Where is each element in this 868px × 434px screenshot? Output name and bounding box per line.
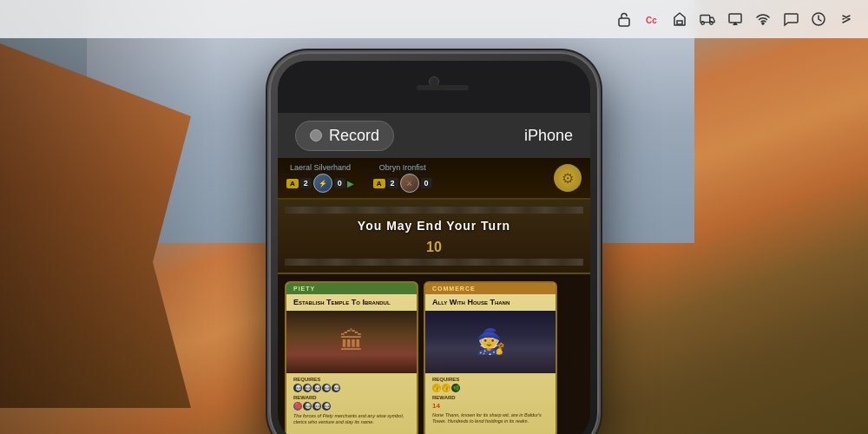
cost-skull-icon3: 💀 <box>312 384 321 392</box>
stone-border-bottom <box>285 259 583 266</box>
player2-stat-a-value: 2 <box>387 178 398 188</box>
time-machine-icon[interactable] <box>811 11 826 27</box>
stone-border-top <box>285 207 583 214</box>
airplay-icon[interactable] <box>727 11 743 27</box>
earpiece-speaker <box>417 85 469 90</box>
player2-avatar: ⚔ <box>400 174 419 193</box>
player1-name: Laeral Silverhand <box>290 163 351 172</box>
record-label: Record <box>329 127 379 145</box>
card1-art: 🏛 <box>286 311 417 373</box>
card-establish-temple[interactable]: PIETY Establish Temple to Ibrandul 🏛 REQ… <box>285 281 418 434</box>
player2-stat-b-value: 0 <box>421 178 432 188</box>
player2-block: Obryn Ironfist A 2 ⚔ 0 <box>373 163 432 193</box>
reward-icon3: 💀 <box>312 402 321 411</box>
iphone-top-bar <box>278 61 590 113</box>
card1-category: PIETY <box>286 283 417 294</box>
turn-banner: You May End Your Turn 10 <box>278 200 590 274</box>
iphone-frame: Record iPhone Laeral Silverhand A 2 ⚡ 0 … <box>269 52 599 434</box>
cost-gold-icon2: 💰 <box>442 384 450 392</box>
reward-icon4: 💀 <box>322 402 331 411</box>
card2-image: 🧙 <box>425 311 556 373</box>
reward-icon2: 💀 <box>303 402 312 411</box>
player-header: Laeral Silverhand A 2 ⚡ 0 ▶ Obryn Ironfi… <box>278 158 590 200</box>
reward-icon1: 🔴 <box>293 402 302 411</box>
card2-title: Ally With House Thann <box>425 294 556 311</box>
record-button[interactable]: Record <box>295 121 394 151</box>
svg-point-7 <box>762 23 764 24</box>
device-label: iPhone <box>524 127 573 145</box>
svg-point-5 <box>710 22 713 25</box>
card1-image: 🏛 <box>286 311 417 373</box>
player1-stat-a-badge: A <box>286 179 299 188</box>
truck-icon[interactable] <box>700 11 715 27</box>
player1-stats: A 2 ⚡ 0 ▶ <box>286 174 354 193</box>
record-dot-icon <box>310 129 322 141</box>
turn-number: 10 <box>426 240 442 255</box>
svg-text:Cc: Cc <box>646 16 657 25</box>
card2-body: REQUIRES 💰 💰 🌿 REWARD 14 None Thann, kno… <box>425 373 556 429</box>
cost-skull-icon4: 💀 <box>322 384 331 392</box>
card1-reward-label: REWARD <box>293 395 410 400</box>
menu-bar: Cc <box>0 0 868 38</box>
recording-bar: Record iPhone <box>278 113 590 158</box>
player2-name: Obryn Ironfist <box>379 163 426 172</box>
player1-stat-a-value: 2 <box>300 178 312 188</box>
home-network-icon[interactable] <box>672 11 687 27</box>
cost-skull-icon: 💀 <box>293 384 302 392</box>
card2-category: COMMERCE <box>425 283 556 294</box>
card2-requires-label: REQUIRES <box>432 377 549 382</box>
bluetooth-icon[interactable] <box>838 11 854 27</box>
game-content: Laeral Silverhand A 2 ⚡ 0 ▶ Obryn Ironfi… <box>278 158 590 434</box>
turn-message: You May End Your Turn <box>358 219 510 233</box>
svg-rect-6 <box>729 14 741 23</box>
cost-skull-icon2: 💀 <box>303 384 312 392</box>
player1-stat-b-value: 0 <box>334 178 345 188</box>
wifi-icon[interactable] <box>755 11 771 27</box>
cliff-shadow <box>0 0 217 434</box>
card2-art: 🧙 <box>425 311 556 373</box>
card2-reward-label: REWARD <box>432 395 549 400</box>
card1-flavor: The forces of Piety merchants and any wi… <box>293 413 410 426</box>
iphone-screen: Record iPhone Laeral Silverhand A 2 ⚡ 0 … <box>278 61 590 434</box>
creative-cloud-icon[interactable]: Cc <box>644 11 660 27</box>
player1-avatar: ⚡ <box>313 174 332 193</box>
card1-title: Establish Temple to Ibrandul <box>286 294 417 311</box>
messages-icon[interactable] <box>783 11 799 27</box>
player2-stats: A 2 ⚔ 0 <box>373 174 432 193</box>
card-ally-house-thann[interactable]: COMMERCE Ally With House Thann 🧙 REQUIRE… <box>424 281 557 434</box>
card2-reward-icons: 14 <box>432 402 549 410</box>
card1-cost-icons: 💀 💀 💀 💀 💀 <box>293 384 410 392</box>
player1-arrow-icon: ▶ <box>347 179 354 188</box>
card1-body: REQUIRES 💀 💀 💀 💀 💀 REWARD 🔴 💀 <box>286 373 417 430</box>
cost-gold-icon: 💰 <box>432 384 441 392</box>
cost-trade-icon: 🌿 <box>451 384 460 392</box>
card2-flavor: None Thann, known for its sharp wit, are… <box>432 412 549 425</box>
cards-area: PIETY Establish Temple to Ibrandul 🏛 REQ… <box>278 274 590 434</box>
card2-cost-icons: 💰 💰 🌿 <box>432 384 549 392</box>
player1-block: Laeral Silverhand A 2 ⚡ 0 ▶ <box>286 163 354 193</box>
card1-requires-label: REQUIRES <box>293 377 410 382</box>
svg-rect-2 <box>677 21 682 24</box>
svg-point-4 <box>701 22 705 25</box>
card1-reward-icons: 🔴 💀 💀 💀 <box>293 402 410 411</box>
svg-rect-0 <box>619 18 629 26</box>
cost-skull-icon5: 💀 <box>332 384 340 392</box>
settings-gear-icon[interactable]: ⚙ <box>554 164 582 192</box>
player2-stat-a-badge: A <box>373 179 385 188</box>
card2-reward-num: 14 <box>432 402 440 410</box>
unlock-icon[interactable] <box>616 11 632 27</box>
